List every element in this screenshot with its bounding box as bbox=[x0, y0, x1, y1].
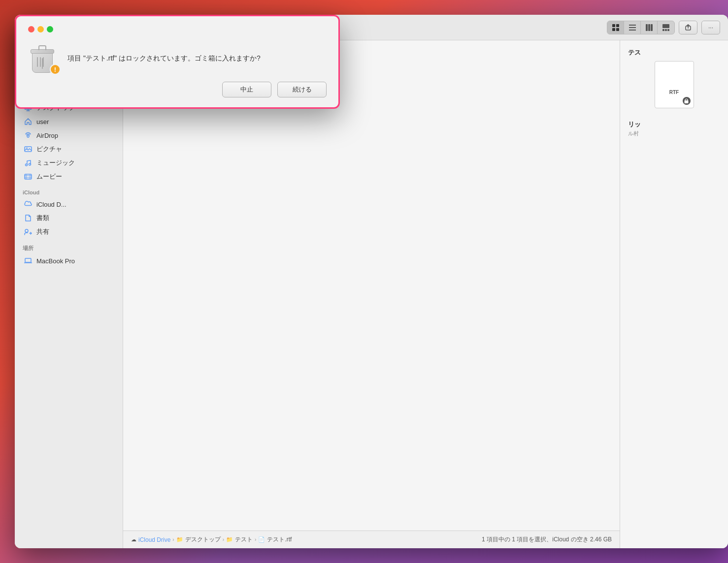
trash-lines bbox=[37, 57, 44, 67]
dialog-maximize-dot[interactable] bbox=[47, 26, 53, 32]
dialog-content: ! 項目 "テスト.rtf" はロックされています。ゴミ箱に入れますか? bbox=[28, 42, 327, 74]
dialog-message: 項目 "テスト.rtf" はロックされています。ゴミ箱に入れますか? bbox=[67, 53, 261, 63]
dialog-overlay: ! 項目 "テスト.rtf" はロックされています。ゴミ箱に入れますか? 中止 … bbox=[0, 0, 728, 563]
dialog-icon: ! bbox=[28, 42, 60, 74]
continue-button[interactable]: 続ける bbox=[277, 82, 327, 97]
warning-badge: ! bbox=[50, 64, 61, 75]
cancel-button[interactable]: 中止 bbox=[222, 82, 271, 97]
dialog-traffic-lights bbox=[28, 26, 327, 32]
alert-dialog: ! 項目 "テスト.rtf" はロックされています。ゴミ箱に入れますか? 中止 … bbox=[15, 15, 340, 109]
dialog-close-dot[interactable] bbox=[28, 26, 34, 32]
dialog-minimize-dot[interactable] bbox=[37, 26, 44, 32]
trash-handle bbox=[38, 45, 46, 50]
dialog-buttons: 中止 続ける bbox=[28, 82, 327, 97]
